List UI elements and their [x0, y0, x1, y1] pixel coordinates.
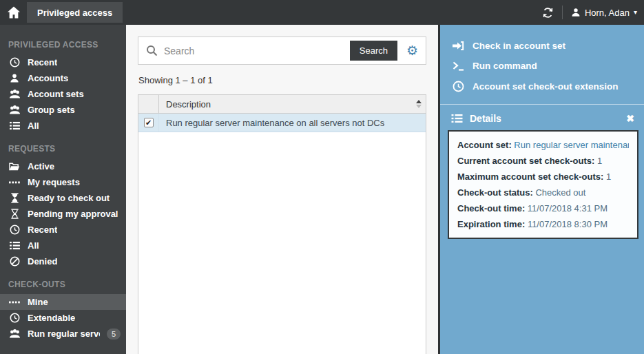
users-icon [8, 89, 21, 99]
section-title-check-outs: CHECK-OUTS [8, 280, 118, 289]
detail-field-maximum-checkouts: Maximum account set check-outs: 1 [457, 169, 629, 185]
folder-open-icon [8, 162, 21, 171]
run-command-action[interactable]: Run command [440, 56, 644, 76]
sidebar-item-account-sets[interactable]: Account sets [0, 86, 126, 102]
sort-icon[interactable] [416, 100, 422, 108]
dots-icon [8, 181, 21, 184]
home-button[interactable] [7, 6, 21, 19]
topbar: Privileged access Horn, Adan ▾ [0, 0, 644, 25]
detail-field-expiration-time: Expiration time: 11/07/2018 8:30 PM [457, 216, 629, 232]
gear-icon[interactable]: ⚙ [406, 44, 418, 57]
detail-field-current-checkouts: Current account set check-outs: 1 [457, 153, 629, 169]
sidebar-item-recent[interactable]: Recent [0, 54, 126, 70]
detail-field-checkout-time: Check-out time: 11/07/2018 4:31 PM [457, 200, 629, 216]
sidebar-item-label: All [28, 240, 39, 251]
section-title-requests: REQUESTS [8, 144, 118, 154]
list-icon [8, 121, 21, 130]
sidebar-item-label: Recent [28, 57, 57, 67]
table-row[interactable]: ✔ Run regular server maintenance on all … [138, 114, 426, 132]
details-title: Details [470, 113, 501, 124]
sidebar-item-my-requests[interactable]: My requests [0, 174, 126, 190]
chevron-down-icon: ▾ [634, 9, 637, 16]
details-panel: Check in account set Run command Account… [438, 25, 644, 354]
sidebar-item-all-requests[interactable]: All [0, 238, 126, 253]
panel-divider [440, 104, 644, 105]
sidebar-item-accounts[interactable]: Accounts [0, 70, 126, 86]
sidebar-item-label: Pending my approval [28, 209, 118, 219]
user-icon [571, 8, 581, 17]
table-header: Description [138, 95, 426, 114]
sidebar-item-label: My requests [28, 177, 80, 187]
sidebar-item-label: Recent [28, 225, 57, 235]
sidebar-item-ready-to-check-out[interactable]: Ready to check out [0, 190, 126, 206]
check-in-icon [451, 41, 465, 51]
sidebar-item-mine[interactable]: Mine [0, 294, 126, 310]
sidebar-item-all-access[interactable]: All [0, 118, 126, 134]
clock-icon [8, 225, 21, 235]
details-box: Account set: Run regular server maintena… [448, 130, 638, 239]
account-set-checkout-extension-action[interactable]: Account set check-out extension [440, 76, 644, 97]
hourglass-icon [8, 193, 21, 203]
sidebar-item-extendable[interactable]: Extendable [0, 310, 126, 326]
ban-icon [8, 256, 21, 267]
section-title-privileged-access: PRIVILEGED ACCESS [8, 40, 118, 50]
detail-field-account-set: Account set: Run regular server maintena… [457, 137, 629, 153]
user-name: Horn, Adan [585, 8, 630, 18]
sidebar-item-label: Denied [28, 256, 57, 267]
privileged-access-button[interactable]: Privileged access [27, 2, 123, 23]
search-icon [146, 45, 158, 56]
topbar-divider [562, 6, 563, 19]
check-in-account-set-action[interactable]: Check in account set [440, 36, 644, 56]
action-label: Run command [472, 61, 537, 71]
detail-field-checkout-status: Check-out status: Checked out [457, 185, 629, 200]
row-checkbox[interactable]: ✔ [144, 118, 154, 127]
close-icon[interactable]: ✖ [626, 114, 634, 123]
count-badge: 5 [107, 329, 121, 340]
topbar-right: Horn, Adan ▾ [542, 6, 637, 19]
account-set-link[interactable]: Run regular server maintenance [514, 140, 629, 150]
refresh-icon [542, 7, 554, 19]
sidebar-item-label: Account sets [28, 89, 84, 99]
sidebar-item-label: Ready to check out [28, 193, 110, 203]
description-column-header[interactable]: Description [159, 95, 426, 113]
users-icon [8, 329, 21, 339]
main-content: Search ⚙ Showing 1 – 1 of 1 Description … [126, 25, 438, 354]
sidebar-item-label: Accounts [28, 73, 68, 83]
search-input[interactable] [164, 45, 350, 56]
users-icon [8, 105, 21, 115]
sidebar-item-label: Extendable [28, 313, 75, 323]
sidebar-item-recent-requests[interactable]: Recent [0, 222, 126, 238]
sidebar-item-label: All [28, 121, 39, 131]
sidebar-item-label: Mine [28, 297, 48, 307]
refresh-button[interactable] [542, 7, 554, 19]
details-header: Details ✖ [440, 107, 644, 128]
list-icon [8, 241, 21, 250]
sidebar-item-active[interactable]: Active [0, 158, 126, 174]
user-icon [8, 73, 21, 83]
terminal-icon [451, 61, 465, 71]
sidebar-item-denied[interactable]: Denied [0, 253, 126, 269]
column-label: Description [166, 99, 211, 110]
hourglass-icon [8, 209, 21, 219]
sidebar-item-label: Run regular server n [28, 329, 100, 339]
clock-icon [8, 313, 21, 323]
action-label: Check in account set [472, 41, 565, 51]
row-description: Run regular server maintenance on all se… [159, 114, 426, 132]
checkbox-column-header [138, 95, 159, 113]
sidebar-item-label: Group sets [28, 105, 75, 115]
user-menu[interactable]: Horn, Adan ▾ [571, 8, 637, 18]
results-count: Showing 1 – 1 of 1 [138, 75, 426, 85]
dots-icon [8, 301, 21, 304]
list-icon [451, 114, 463, 123]
home-icon [7, 6, 21, 19]
search-button[interactable]: Search [350, 41, 397, 61]
sidebar-item-run-regular-server[interactable]: Run regular server n 5 [0, 326, 126, 342]
search-bar: Search ⚙ [138, 37, 426, 65]
sidebar-item-pending-my-approval[interactable]: Pending my approval [0, 206, 126, 222]
row-checkbox-cell: ✔ [138, 114, 159, 132]
sidebar-item-group-sets[interactable]: Group sets [0, 102, 126, 118]
results-table: Description ✔ Run regular server mainten… [138, 94, 426, 354]
sidebar-item-label: Active [28, 161, 54, 171]
clock-icon [451, 81, 465, 92]
sidebar: PRIVILEGED ACCESS Recent Accounts Accoun… [0, 25, 126, 354]
